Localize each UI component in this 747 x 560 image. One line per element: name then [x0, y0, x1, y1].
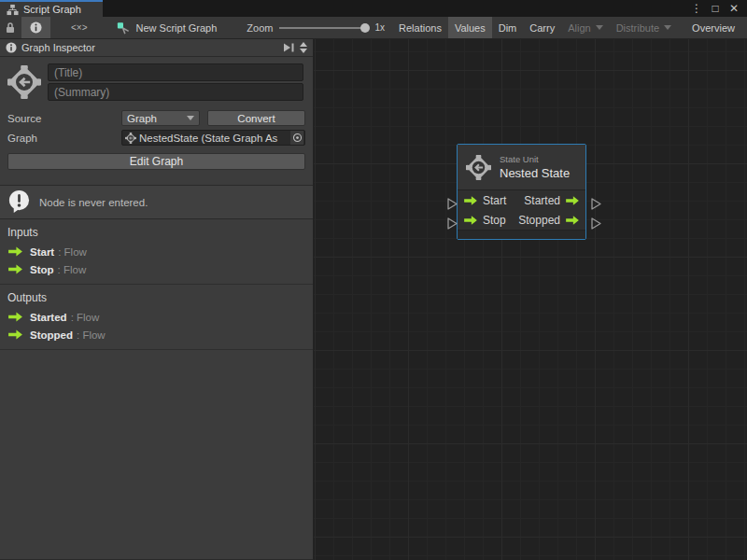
list-item: Start : Flow [7, 245, 305, 258]
graph-field-label: Graph [7, 133, 121, 144]
state-unit-icon [466, 155, 491, 180]
flow-input-port[interactable] [463, 215, 478, 226]
flow-arrow-icon [7, 263, 23, 275]
scroll-down-icon[interactable] [300, 49, 307, 53]
source-label: Source [7, 113, 121, 124]
outputs-header: Outputs [7, 291, 305, 304]
values-button[interactable]: Values [448, 17, 492, 38]
external-output-port[interactable] [591, 198, 601, 210]
node-title: Nested State [500, 166, 570, 180]
node-header[interactable]: State Unit Nested State [458, 145, 585, 190]
convert-button[interactable]: Convert [207, 110, 305, 126]
maximize-icon[interactable]: □ [708, 2, 723, 15]
graph-summary-input[interactable] [48, 83, 303, 101]
flow-arrow-icon [7, 245, 23, 258]
external-input-port[interactable] [447, 217, 458, 230]
relations-button[interactable]: Relations [392, 17, 448, 38]
state-unit-node[interactable]: State Unit Nested State Start Started St… [457, 144, 586, 240]
graph-toolbar: <×> New Script Graph Zoom 1x Relations V… [0, 17, 747, 39]
graph-inspector-panel: Graph Inspector Source [0, 39, 314, 560]
outputs-section: Outputs Started : Flow Stopped : Flow [0, 285, 313, 350]
node-port-row: Stop Stopped [458, 210, 585, 230]
info-icon [6, 42, 17, 53]
tab-strip: Script Graph ⋮ □ ✕ [0, 0, 747, 17]
node-footer [458, 230, 585, 239]
distribute-button: Distribute [610, 17, 678, 38]
graph-asset-row: Graph NestedState (State Graph As [7, 130, 305, 146]
zoom-slider[interactable] [279, 27, 368, 29]
carry-button[interactable]: Carry [523, 17, 561, 38]
warning-icon [7, 189, 31, 215]
flow-output-port[interactable] [565, 215, 580, 226]
align-button: Align [561, 17, 609, 38]
warning-box: Node is never entered. [0, 185, 313, 219]
flow-arrow-icon [7, 311, 23, 323]
object-picker-icon[interactable] [290, 131, 303, 145]
graph-canvas[interactable]: State Unit Nested State Start Started St… [314, 39, 747, 560]
warning-text: Node is never entered. [39, 197, 148, 208]
panel-scroll-arrows[interactable] [300, 42, 309, 53]
close-icon[interactable]: ✕ [726, 2, 741, 15]
code-preview-icon[interactable]: <×> [65, 17, 93, 38]
script-graph-window: Script Graph ⋮ □ ✕ <×> [0, 0, 747, 560]
zoom-value: 1x [374, 22, 385, 33]
dim-button[interactable]: Dim [492, 17, 524, 38]
tab-script-graph[interactable]: Script Graph [0, 0, 103, 17]
tab-title: Script Graph [23, 4, 81, 15]
lock-icon[interactable] [0, 17, 21, 38]
chevron-down-icon [596, 25, 603, 30]
state-graph-icon [7, 63, 41, 101]
chevron-down-icon [664, 25, 671, 30]
source-row: Source Graph Convert [7, 110, 305, 126]
window-controls: ⋮ □ ✕ [689, 0, 747, 17]
list-item: Stopped : Flow [7, 329, 305, 341]
flow-input-port[interactable] [463, 195, 478, 206]
external-output-port[interactable] [591, 217, 601, 230]
new-graph-icon [116, 21, 131, 35]
new-script-graph-button[interactable]: New Script Graph [106, 17, 227, 38]
zoom-label: Zoom [247, 22, 273, 34]
inspector-toggle-info-icon[interactable] [21, 17, 50, 38]
list-item: Started : Flow [7, 311, 305, 323]
graph-title-input[interactable] [48, 63, 303, 81]
zoom-slider-handle[interactable] [360, 23, 370, 33]
graph-object-field[interactable]: NestedState (State Graph As [121, 130, 305, 146]
flow-arrow-icon [7, 329, 23, 341]
node-kind-label: State Unit [500, 154, 570, 164]
source-dropdown[interactable]: Graph [121, 110, 200, 126]
flow-output-port[interactable] [565, 195, 580, 206]
zoom-control: Zoom 1x [239, 17, 392, 38]
chevron-down-icon [187, 116, 194, 120]
window-menu-icon[interactable]: ⋮ [689, 2, 704, 15]
list-item: Stop : Flow [7, 263, 305, 275]
inspector-header: Graph Inspector [0, 39, 313, 57]
scroll-up-icon[interactable] [300, 42, 307, 47]
node-port-row: Start Started [458, 190, 585, 210]
overview-button[interactable]: Overview [685, 17, 741, 38]
graph-tab-icon [7, 4, 19, 16]
inspector-title: Graph Inspector [21, 42, 95, 53]
dock-panel-icon[interactable] [283, 42, 295, 53]
fullscreen-button[interactable]: Full Scr [741, 17, 747, 38]
graph-title-block [0, 57, 313, 106]
state-graph-asset-icon [125, 133, 136, 144]
inputs-section: Inputs Start : Flow Stop : Flow [0, 219, 313, 285]
external-input-port[interactable] [447, 198, 458, 210]
edit-graph-button[interactable]: Edit Graph [7, 153, 305, 170]
inputs-header: Inputs [7, 226, 305, 239]
